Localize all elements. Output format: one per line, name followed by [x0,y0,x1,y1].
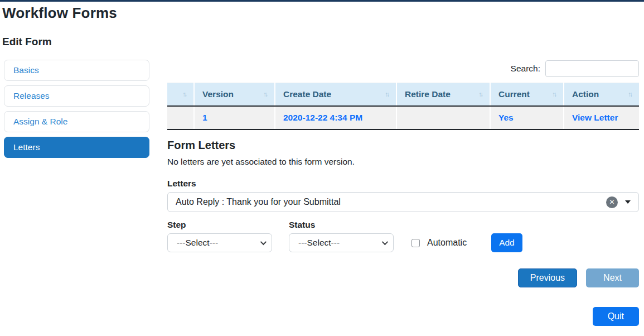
search-input[interactable] [545,60,639,77]
status-selected-value: ---Select--- [298,238,340,248]
workflow-forms-page: Workflow Forms Edit Form BasicsReleasesA… [0,0,644,336]
letters-select[interactable]: Auto Reply : Thank you for your Submitta… [167,192,639,212]
table-cell: Yes [490,106,564,129]
automatic-label: Automatic [427,238,467,248]
letter-controls-row: Step ---Select--- Status ---Select--- A [167,220,639,252]
table-header-row: ↑↓Version↑↓Create Date↑↓Retire Date↑↓Cur… [167,83,639,107]
column-label: Create Date [283,89,331,99]
column-header-version[interactable]: Version↑↓ [194,83,275,107]
letters-selected-value: Auto Reply : Thank you for your Submitta… [176,197,606,207]
search-row: Search: [167,60,639,77]
edit-form-heading: Edit Form [2,36,644,48]
status-label: Status [289,220,394,230]
page-title: Workflow Forms [2,4,644,22]
table-cell: 1 [194,106,275,129]
step-selected-value: ---Select--- [177,238,218,248]
column-label: Version [202,89,234,99]
main-layout: BasicsReleasesAssign & RoleLetters Searc… [0,60,644,326]
column-label: Current [498,89,530,99]
search-label: Search: [511,64,540,74]
chevron-down-icon [260,239,267,245]
column-header-row-index[interactable]: ↑↓ [167,83,194,107]
table-cell [396,106,490,129]
step-label: Step [167,220,272,230]
automatic-checkbox[interactable] [411,239,420,247]
sort-icon[interactable]: ↑↓ [385,90,389,98]
clear-selection-icon[interactable]: ✕ [606,196,618,208]
sidebar-item-basics[interactable]: Basics [4,60,149,81]
column-header-current[interactable]: Current↑↓ [490,83,564,107]
column-header-create-date[interactable]: Create Date↑↓ [275,83,396,107]
view-letter-link[interactable]: View Letter [572,113,618,122]
next-button[interactable]: Next [586,268,639,287]
column-label: Retire Date [405,89,451,99]
quit-button[interactable]: Quit [593,307,639,326]
table-body: 12020-12-22 4:34 PMYesView Letter [167,106,639,129]
sort-icon[interactable]: ↑↓ [263,90,268,98]
table-cell [167,106,194,129]
table-row: 12020-12-22 4:34 PMYesView Letter [167,106,639,129]
previous-button[interactable]: Previous [518,268,577,287]
column-header-retire-date[interactable]: Retire Date↑↓ [396,83,490,107]
sidebar-item-letters[interactable]: Letters [4,137,149,158]
sidebar-item-assign-role[interactable]: Assign & Role [4,111,149,132]
form-letters-heading: Form Letters [167,139,639,152]
status-select[interactable]: ---Select--- [289,233,394,252]
letters-label: Letters [167,179,639,189]
column-label: Action [572,89,599,99]
step-group: Step ---Select--- [167,220,272,252]
sort-icon[interactable]: ↑↓ [182,90,187,98]
sort-icon[interactable]: ↑↓ [552,90,556,98]
column-header-action[interactable]: Action↑↓ [564,83,639,107]
add-button[interactable]: Add [491,233,522,252]
sidebar: BasicsReleasesAssign & RoleLetters [4,60,149,326]
automatic-group: Automatic [411,238,467,248]
table-cell: 2020-12-22 4:34 PM [275,106,396,129]
sort-icon[interactable]: ↑↓ [628,90,632,98]
versions-table: ↑↓Version↑↓Create Date↑↓Retire Date↑↓Cur… [167,83,639,130]
content-area: Search: ↑↓Version↑↓Create Date↑↓Retire D… [167,60,639,326]
sort-icon[interactable]: ↑↓ [478,90,483,98]
step-select[interactable]: ---Select--- [167,233,272,252]
prev-next-row: Previous Next [167,268,639,287]
quit-row: Quit [167,307,639,326]
caret-down-icon[interactable] [625,200,631,204]
sidebar-item-releases[interactable]: Releases [4,85,149,107]
chevron-down-icon [382,239,388,245]
no-letters-message: No letters are yet associated to this fo… [167,157,639,167]
status-group: Status ---Select--- [289,220,394,252]
action-cell: View Letter [564,106,639,129]
